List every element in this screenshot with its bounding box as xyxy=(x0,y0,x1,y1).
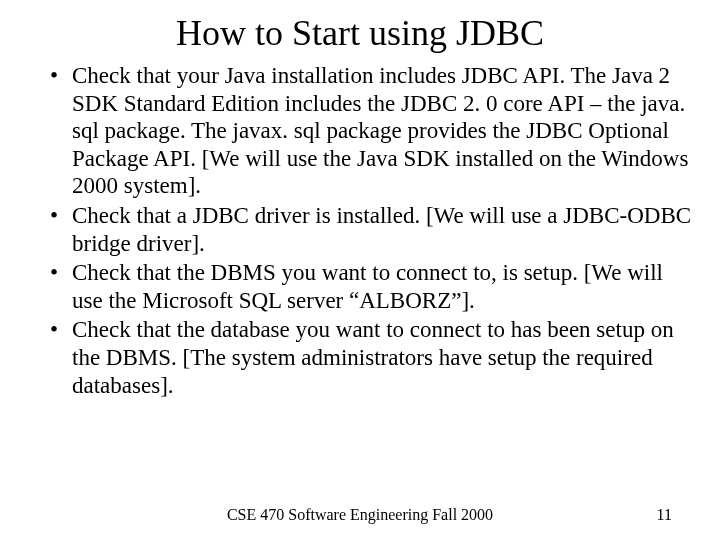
bullet-item: Check that a JDBC driver is installed. [… xyxy=(50,202,692,257)
bullet-item: Check that the database you want to conn… xyxy=(50,316,692,399)
footer-center-text: CSE 470 Software Engineering Fall 2000 xyxy=(0,506,720,524)
slide: How to Start using JDBC Check that your … xyxy=(0,0,720,540)
page-number: 11 xyxy=(657,506,672,524)
footer: CSE 470 Software Engineering Fall 2000 1… xyxy=(0,506,720,524)
bullet-list: Check that your Java installation includ… xyxy=(0,62,720,399)
bullet-item: Check that your Java installation includ… xyxy=(50,62,692,200)
slide-title: How to Start using JDBC xyxy=(0,0,720,62)
bullet-item: Check that the DBMS you want to connect … xyxy=(50,259,692,314)
